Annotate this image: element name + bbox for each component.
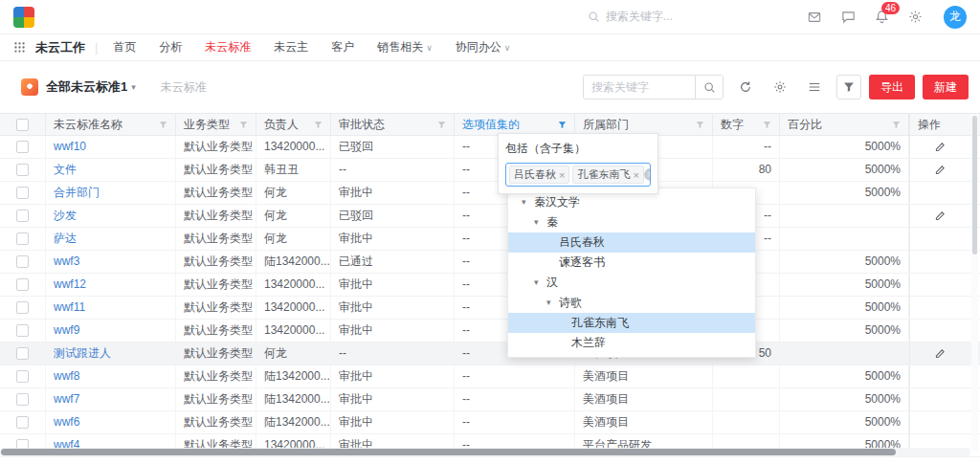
record-link[interactable]: 合并部门 xyxy=(54,186,100,199)
column-header[interactable]: 业务类型 xyxy=(176,114,256,135)
select-all-checkbox[interactable] xyxy=(16,119,29,131)
table-row[interactable]: 合并部门默认业务类型何龙审批中--5000% xyxy=(0,182,980,205)
table-row[interactable]: wwf3默认业务类型陆1342000...已通过--5000% xyxy=(0,251,980,274)
nav-item[interactable]: 首页 xyxy=(113,39,136,55)
record-link[interactable]: wwf12 xyxy=(54,277,86,291)
row-checkbox[interactable] xyxy=(16,232,29,245)
app-launcher-icon[interactable] xyxy=(13,41,26,54)
row-checkbox[interactable] xyxy=(16,324,29,337)
remove-tag-icon[interactable]: × xyxy=(559,169,565,181)
edit-pencil-icon[interactable] xyxy=(934,347,947,360)
filter-icon[interactable] xyxy=(836,75,861,99)
record-link[interactable]: wwf8 xyxy=(54,369,79,383)
edit-pencil-icon[interactable] xyxy=(934,210,947,222)
record-link[interactable]: wwf9 xyxy=(54,323,79,337)
record-link[interactable]: 文件 xyxy=(54,163,77,176)
nav-item[interactable]: 协同办公∨ xyxy=(456,39,511,55)
row-checkbox[interactable] xyxy=(16,187,29,199)
row-checkbox[interactable] xyxy=(16,255,29,268)
tree-node[interactable]: ▾秦 xyxy=(508,212,755,232)
edit-pencil-icon[interactable] xyxy=(934,141,947,153)
tree-node[interactable]: 吕氏春秋 xyxy=(508,232,755,253)
row-checkbox[interactable] xyxy=(16,393,29,406)
tree-caret-icon[interactable]: ▾ xyxy=(546,293,559,313)
nav-item[interactable]: 客户 xyxy=(331,39,354,55)
table-row[interactable]: wwf10默认业务类型13420000...已驳回----5000% xyxy=(0,136,980,159)
row-checkbox[interactable] xyxy=(16,347,29,360)
list-view-icon[interactable] xyxy=(802,75,827,99)
record-link[interactable]: wwf3 xyxy=(54,254,79,268)
filter-funnel-icon[interactable] xyxy=(239,121,248,129)
filter-funnel-icon[interactable] xyxy=(558,121,567,129)
export-button[interactable]: 导出 xyxy=(869,75,915,99)
mail-icon[interactable] xyxy=(807,11,822,24)
row-checkbox[interactable] xyxy=(16,416,29,429)
filter-funnel-icon[interactable] xyxy=(892,121,901,129)
horizontal-scrollbar-thumb[interactable] xyxy=(1,449,896,455)
app-logo-icon[interactable] xyxy=(13,7,34,28)
refresh-icon[interactable] xyxy=(733,75,758,99)
record-link[interactable]: wwf10 xyxy=(54,140,86,153)
column-header[interactable]: 审批状态 xyxy=(331,114,455,135)
table-row[interactable]: wwf12默认业务类型13420000...审批中--5000% xyxy=(0,274,980,297)
tree-node[interactable]: ▾汉 xyxy=(508,273,755,293)
filter-funnel-icon[interactable] xyxy=(159,121,167,129)
vertical-scrollbar-track[interactable] xyxy=(971,114,978,451)
tree-node[interactable]: 谏逐客书 xyxy=(508,253,755,273)
filter-funnel-icon[interactable] xyxy=(314,121,323,129)
tree-node[interactable]: ▾诗歌 xyxy=(508,293,755,313)
list-search-input[interactable] xyxy=(584,76,695,99)
table-row[interactable]: wwf11默认业务类型13420000...审批中--5000% xyxy=(0,297,980,320)
filter-funnel-icon[interactable] xyxy=(696,121,704,129)
table-row[interactable]: wwf8默认业务类型陆1342000...审批中--美酒项目5000% xyxy=(0,365,980,388)
tree-caret-icon[interactable]: ▾ xyxy=(534,212,546,232)
nav-item[interactable]: 销售相关∨ xyxy=(377,39,433,55)
nav-item[interactable]: 未云标准 xyxy=(205,39,251,55)
column-header[interactable]: 操作 xyxy=(909,114,970,135)
chat-icon[interactable] xyxy=(841,10,856,24)
view-title[interactable]: 全部未云标准1 xyxy=(46,78,127,96)
tree-node[interactable]: 木兰辞 xyxy=(508,333,755,353)
record-link[interactable]: 萨达 xyxy=(54,232,77,245)
gear-icon[interactable] xyxy=(908,10,923,24)
bell-icon[interactable]: 46 xyxy=(875,10,889,24)
edit-pencil-icon[interactable] xyxy=(934,164,947,176)
filter-tag[interactable]: 孔雀东南飞× xyxy=(572,166,643,184)
record-link[interactable]: wwf6 xyxy=(54,415,79,429)
filter-tag[interactable]: 吕氏春秋× xyxy=(509,166,569,184)
table-row[interactable]: wwf9默认业务类型13420000...审批中--5000% xyxy=(0,320,980,342)
row-checkbox[interactable] xyxy=(16,141,29,153)
filter-funnel-icon[interactable] xyxy=(437,121,446,129)
search-button[interactable] xyxy=(695,76,723,99)
column-header[interactable]: 未云标准名称 xyxy=(46,114,176,135)
horizontal-scrollbar-track[interactable] xyxy=(0,448,970,456)
column-header[interactable]: 负责人 xyxy=(256,114,331,135)
table-row[interactable]: 萨达默认业务类型何龙审批中---- xyxy=(0,228,980,251)
settings-gear-icon[interactable] xyxy=(768,75,792,99)
tree-caret-icon[interactable]: ▾ xyxy=(522,192,534,212)
column-header[interactable]: 选项值集的 xyxy=(455,114,575,135)
column-header[interactable]: 数字 xyxy=(713,114,780,135)
nav-item[interactable]: 分析 xyxy=(159,39,182,55)
record-link[interactable]: wwf7 xyxy=(54,392,79,406)
nav-item[interactable]: 未云主 xyxy=(274,39,308,55)
table-row[interactable]: 沙发默认业务类型何龙已驳回---- xyxy=(0,205,980,228)
remove-tag-icon[interactable]: × xyxy=(633,169,638,181)
table-row[interactable]: wwf6默认业务类型陆1342000...审批中--美酒项目5000% xyxy=(0,411,980,434)
avatar[interactable]: 龙 xyxy=(944,6,967,29)
row-checkbox[interactable] xyxy=(16,164,29,176)
row-checkbox[interactable] xyxy=(16,210,29,222)
row-checkbox[interactable] xyxy=(16,370,29,383)
record-link[interactable]: 测试跟进人 xyxy=(54,346,111,360)
vertical-scrollbar-thumb[interactable] xyxy=(972,116,977,254)
row-checkbox[interactable] xyxy=(16,278,29,291)
record-link[interactable]: wwf11 xyxy=(54,300,85,314)
row-checkbox[interactable] xyxy=(16,301,29,314)
chevron-down-icon[interactable]: ▾ xyxy=(131,82,136,92)
filter-funnel-icon[interactable] xyxy=(763,121,771,129)
tree-node[interactable]: ▾秦汉文学 xyxy=(508,192,755,212)
filter-tag-input[interactable]: 吕氏春秋×孔雀东南飞× × xyxy=(505,163,651,187)
tree-caret-icon[interactable]: ▾ xyxy=(534,273,546,293)
record-link[interactable]: 沙发 xyxy=(54,209,77,222)
create-button[interactable]: 新建 xyxy=(923,75,969,99)
